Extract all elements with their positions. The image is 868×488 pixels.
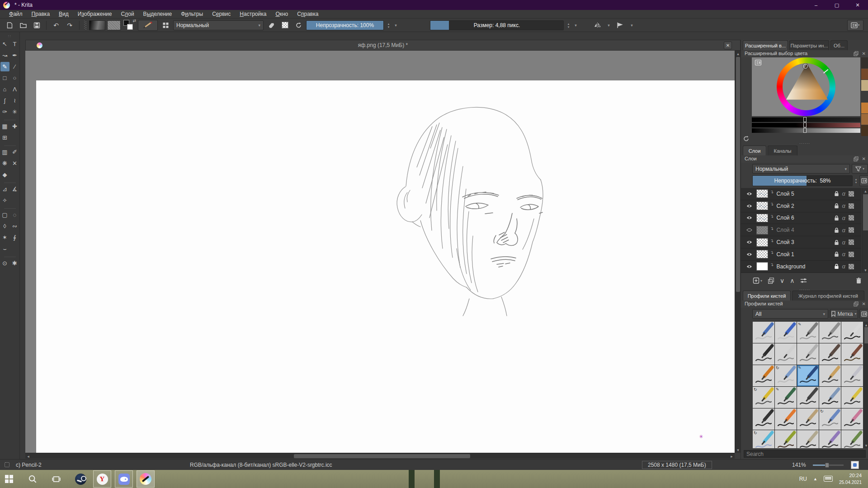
tool-zoom[interactable]: ⊙: [0, 258, 9, 268]
brush-preset-airbrush-soft[interactable]: [819, 322, 841, 343]
gradient-chooser-button[interactable]: [89, 20, 105, 30]
canvas-horizontal-scrollbar[interactable]: ◂ ▸: [25, 453, 735, 459]
menu-Фильтры[interactable]: Фильтры: [176, 11, 208, 17]
layer-alpha-icon[interactable]: α: [842, 190, 845, 197]
start-button[interactable]: [0, 470, 18, 488]
brush-preset-pen-blue-band[interactable]: [819, 387, 841, 408]
brush-preset-marker-pink[interactable]: [841, 408, 863, 430]
brush-preset-brush-flat[interactable]: [797, 430, 819, 448]
document-close-button[interactable]: ✕: [724, 42, 732, 49]
layer-row-Слой 2[interactable]: ↴Слой 2α: [741, 200, 861, 212]
brush-preset-ink-nib[interactable]: [753, 408, 774, 430]
tool-freehand-path[interactable]: ≀: [10, 96, 19, 105]
brush-view-mode-button[interactable]: [859, 309, 868, 319]
layer-alpha-icon[interactable]: α: [842, 202, 845, 209]
tab-channels[interactable]: Каналы: [768, 145, 797, 155]
layer-visibility-toggle[interactable]: [745, 239, 754, 245]
brush-preset-ink-pen[interactable]: [841, 322, 863, 343]
docker-splitter-handle[interactable]: ······: [741, 141, 868, 145]
layer-thumbnail[interactable]: [756, 250, 768, 258]
tool-transform-select[interactable]: ↖: [0, 39, 9, 49]
workspace-chooser-button[interactable]: ▾: [847, 20, 863, 31]
layer-thumbnail[interactable]: [756, 238, 768, 247]
tool-gradient[interactable]: ▥: [0, 147, 9, 157]
swap-colors-icon[interactable]: ⇄: [132, 19, 136, 23]
layer-alpha-channel-icon[interactable]: [849, 239, 854, 245]
tool-move[interactable]: ✚: [10, 122, 19, 131]
brush-preset-pencil-green[interactable]: ✎: [775, 387, 797, 408]
tab-brush-history[interactable]: Журнал профилей кистей: [792, 291, 864, 300]
layer-visibility-toggle[interactable]: [745, 191, 754, 197]
delete-layer-button[interactable]: [855, 277, 862, 284]
layer-alpha-icon[interactable]: α: [842, 227, 845, 234]
clock[interactable]: 20:24 25.04.2021: [839, 472, 862, 485]
size-spinner[interactable]: ▴▾: [566, 20, 571, 30]
opacity-spinner[interactable]: ▴▾: [386, 20, 392, 30]
layer-visibility-toggle[interactable]: [745, 227, 754, 233]
inherit-alpha-icon[interactable]: ↴: [770, 262, 774, 267]
color-selector-area[interactable]: [752, 57, 860, 116]
tool-reference-images[interactable]: ✧: [0, 196, 9, 205]
close-button[interactable]: ✕: [847, 0, 868, 10]
layer-row-Слой 5[interactable]: ↴Слой 5α: [741, 188, 861, 200]
touch-keyboard-icon[interactable]: [824, 476, 833, 482]
move-layer-up-button[interactable]: ∧: [790, 277, 794, 284]
menu-Справка[interactable]: Справка: [292, 11, 323, 17]
layer-lock-icon[interactable]: [834, 227, 839, 233]
layer-opacity-spinner[interactable]: ▴▾: [853, 175, 859, 186]
tool-polygon[interactable]: ⌂: [0, 84, 9, 94]
language-indicator[interactable]: RU: [799, 476, 807, 482]
brush-presets-button[interactable]: [160, 20, 171, 31]
taskbar-steam[interactable]: [71, 470, 90, 488]
brush-tag-button[interactable]: Метка ▾: [830, 309, 858, 319]
brush-preset-eraser-pen[interactable]: [775, 322, 797, 343]
tool-rect-select[interactable]: ▢: [0, 210, 9, 220]
brush-filter-select[interactable]: All▾: [752, 309, 828, 319]
brush-preset-pen-silver[interactable]: [775, 343, 797, 365]
scroll-up-icon[interactable]: ▴: [862, 188, 868, 194]
opacity-dropdown-icon[interactable]: ▾: [393, 20, 398, 30]
sv-marker[interactable]: [803, 64, 808, 69]
tool-line[interactable]: ∕: [10, 62, 19, 71]
layer-alpha-icon[interactable]: α: [842, 215, 845, 221]
tool-assistants[interactable]: ⊿: [0, 184, 9, 194]
blending-mode-select[interactable]: Нормальный▾: [173, 20, 264, 30]
brush-preset-pencil-faded[interactable]: ↻: [775, 365, 797, 386]
layer-alpha-icon[interactable]: α: [842, 263, 845, 270]
menu-Слой[interactable]: Слой: [116, 11, 138, 17]
vscroll-thumb[interactable]: [736, 57, 740, 292]
canvas-viewport[interactable]: ✳: [25, 51, 735, 453]
scroll-right-icon[interactable]: ▸: [729, 453, 735, 459]
mirror-horizontal-dropdown[interactable]: ▾: [606, 20, 611, 30]
brush-preset-pen-yellow[interactable]: [841, 387, 863, 408]
layer-alpha-channel-icon[interactable]: [849, 252, 854, 257]
hscroll-thumb[interactable]: [294, 454, 470, 458]
add-layer-button[interactable]: ▾: [753, 277, 762, 284]
tool-similar-color-select[interactable]: ✶: [0, 233, 9, 242]
open-document-button[interactable]: [17, 20, 29, 31]
redo-button[interactable]: ↷: [64, 20, 75, 31]
minimize-button[interactable]: –: [806, 0, 826, 10]
tool-multibrush[interactable]: ✳: [10, 107, 19, 117]
layer-lock-icon[interactable]: [834, 203, 839, 209]
scroll-left-icon[interactable]: ◂: [25, 453, 31, 459]
tool-freehand-brush[interactable]: ✎: [0, 62, 9, 71]
float-docker-icon[interactable]: [854, 301, 859, 306]
tool-calligraphy[interactable]: ✒: [10, 51, 19, 60]
float-docker-icon[interactable]: [854, 156, 859, 161]
menu-Выделение[interactable]: Выделение: [139, 11, 177, 17]
layer-row-Слой 6[interactable]: ↴Слой 6α: [741, 212, 861, 225]
brush-preset-eraser-soft[interactable]: ✎: [797, 322, 819, 343]
save-button[interactable]: [31, 20, 42, 31]
tab-layers[interactable]: Слои: [743, 145, 766, 155]
layer-alpha-channel-icon[interactable]: [849, 264, 854, 269]
inherit-alpha-icon[interactable]: ↴: [770, 214, 774, 219]
float-docker-icon[interactable]: [854, 51, 859, 56]
color-history-swatch[interactable]: [861, 57, 868, 68]
toolbar-drag-handle[interactable]: [84, 21, 86, 30]
layer-alpha-channel-icon[interactable]: [849, 203, 854, 209]
menu-Настройка[interactable]: Настройка: [235, 11, 271, 17]
brush-preset-brush-round[interactable]: [819, 430, 841, 448]
brush-preset-tech-pen[interactable]: [797, 387, 819, 408]
brush-preset-ink-brush-small[interactable]: [841, 343, 863, 365]
